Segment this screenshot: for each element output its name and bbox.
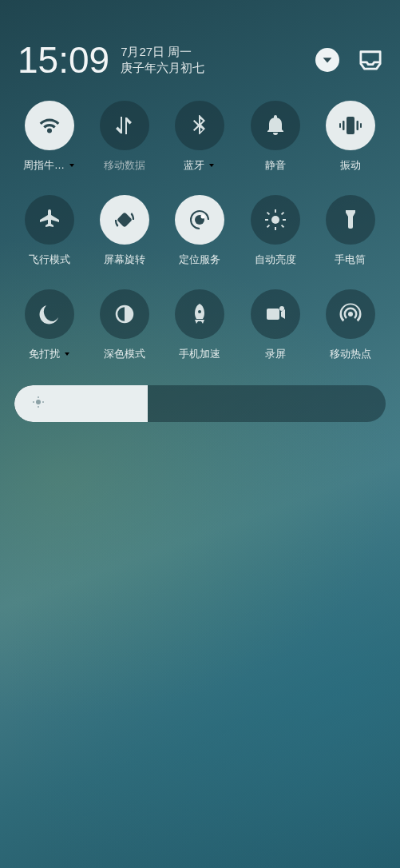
boost-toggle[interactable]	[175, 289, 224, 339]
tile-boost: 手机加速	[164, 289, 235, 361]
wifi-toggle[interactable]	[25, 101, 74, 150]
boost-label-row: 手机加速	[179, 347, 220, 361]
clock-time: 15:09	[18, 42, 109, 78]
flashlight-label: 手电筒	[335, 253, 366, 267]
rotate-icon	[113, 208, 137, 232]
tile-rotate: 屏幕旋转	[89, 195, 160, 267]
date-primary: 7月27日 周一	[121, 44, 204, 60]
tile-flashlight: 手电筒	[315, 195, 386, 267]
tile-airplane: 飞行模式	[14, 195, 85, 267]
hotspot-label-row: 移动热点	[330, 347, 371, 361]
header: 15:09 7月27日 周一 庚子年六月初七	[0, 0, 400, 93]
tile-dnd: 免打扰	[14, 289, 85, 361]
auto-bright-label-row: 自动亮度	[255, 253, 296, 267]
brightness-icon	[32, 396, 45, 412]
flashlight-toggle[interactable]	[326, 195, 375, 245]
data-icon	[113, 113, 137, 137]
caret-down-icon	[208, 161, 216, 169]
hotspot-label: 移动热点	[330, 347, 371, 361]
tile-mute: 静音	[240, 101, 311, 173]
dnd-toggle[interactable]	[25, 289, 74, 339]
wifi-label: 周指牛…	[23, 158, 65, 173]
location-label-row: 定位服务	[179, 253, 220, 267]
dark-mode-toggle[interactable]	[100, 289, 149, 339]
date-secondary: 庚子年六月初七	[121, 60, 204, 76]
tile-wifi: 周指牛…	[14, 101, 85, 173]
dark-mode-label: 深色模式	[104, 347, 145, 361]
tile-vibrate: 振动	[315, 101, 386, 173]
boost-label: 手机加速	[179, 347, 220, 361]
bell-icon	[263, 113, 287, 137]
airplane-label-row: 飞行模式	[29, 253, 70, 267]
vibrate-toggle[interactable]	[326, 101, 375, 150]
date-column: 7月27日 周一 庚子年六月初七	[121, 44, 204, 77]
tile-mobile-data: 移动数据	[89, 101, 160, 173]
rocket-icon	[188, 302, 212, 326]
bluetooth-toggle[interactable]	[175, 101, 224, 150]
bluetooth-icon	[188, 113, 212, 137]
screenrec-label: 录屏	[265, 347, 286, 361]
brightness-slider[interactable]	[14, 385, 386, 422]
auto-bright-toggle[interactable]	[251, 195, 300, 245]
airplane-label: 飞行模式	[29, 253, 70, 267]
vibrate-label: 振动	[340, 158, 361, 173]
rotate-label: 屏幕旋转	[104, 253, 145, 267]
mobile-data-label-row: 移动数据	[104, 158, 145, 173]
screenrec-label-row: 录屏	[265, 347, 286, 361]
airplane-icon	[38, 208, 61, 232]
wifi-label-row[interactable]: 周指牛…	[23, 158, 76, 173]
tile-bluetooth: 蓝牙	[164, 101, 235, 173]
tile-screenrec: 录屏	[240, 289, 311, 361]
vibrate-icon	[339, 113, 362, 137]
tray-icon	[358, 49, 382, 71]
location-icon	[188, 208, 212, 232]
record-icon	[263, 302, 287, 326]
mute-label-row: 静音	[265, 158, 286, 173]
mobile-data-label: 移动数据	[104, 158, 145, 173]
tile-auto-bright: 自动亮度	[240, 195, 311, 267]
svg-marker-28	[323, 58, 332, 62]
location-toggle[interactable]	[175, 195, 224, 245]
rotate-toggle[interactable]	[100, 195, 149, 245]
auto-bright-label: 自动亮度	[255, 253, 296, 267]
rotate-label-row: 屏幕旋转	[104, 253, 145, 267]
dnd-label: 免打扰	[29, 347, 60, 361]
screenrec-toggle[interactable]	[251, 289, 300, 339]
tile-location: 定位服务	[164, 195, 235, 267]
tile-hotspot: 移动热点	[315, 289, 386, 361]
wifi-icon	[38, 113, 61, 137]
expand-button[interactable]	[315, 48, 339, 72]
header-left: 15:09 7月27日 周一 庚子年六月初七	[18, 42, 204, 78]
tile-dark-mode: 深色模式	[89, 289, 160, 361]
hotspot-icon	[339, 302, 362, 326]
quick-settings-panel: 15:09 7月27日 周一 庚子年六月初七 周指牛…移动数据蓝牙静音振动飞行模…	[0, 0, 400, 868]
brightness-slider-wrap	[0, 361, 400, 422]
quick-tiles-grid: 周指牛…移动数据蓝牙静音振动飞行模式屏幕旋转定位服务自动亮度手电筒免打扰深色模式…	[0, 93, 400, 361]
notifications-tray-button[interactable]	[358, 49, 382, 71]
caret-down-icon	[68, 161, 76, 169]
flashlight-icon	[339, 208, 362, 232]
moon-icon	[38, 302, 61, 326]
darkmode-icon	[113, 302, 137, 326]
location-label: 定位服务	[179, 253, 220, 267]
caret-down-icon	[63, 350, 71, 358]
mute-toggle[interactable]	[251, 101, 300, 150]
mobile-data-toggle[interactable]	[100, 101, 149, 150]
bluetooth-label: 蓝牙	[184, 158, 204, 173]
dnd-label-row[interactable]: 免打扰	[29, 347, 71, 361]
dark-mode-label-row: 深色模式	[104, 347, 145, 361]
vibrate-label-row: 振动	[340, 158, 361, 173]
airplane-toggle[interactable]	[25, 195, 74, 245]
bluetooth-label-row[interactable]: 蓝牙	[184, 158, 216, 173]
hotspot-toggle[interactable]	[326, 289, 375, 339]
mute-label: 静音	[265, 158, 286, 173]
brightness-icon	[263, 208, 287, 232]
chevron-down-icon	[320, 53, 335, 67]
flashlight-label-row: 手电筒	[335, 253, 366, 267]
header-right	[315, 48, 382, 72]
